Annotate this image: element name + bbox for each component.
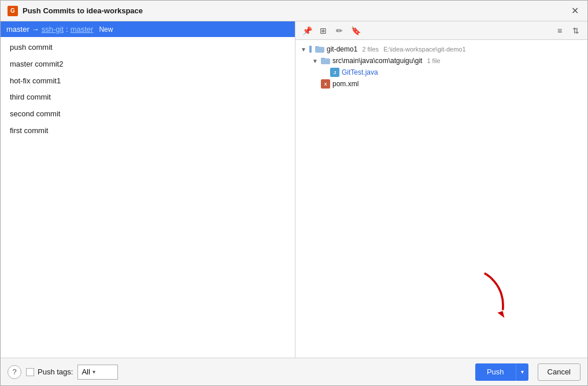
push-dropdown-button[interactable]: ▾ [516, 363, 528, 381]
subfolder-icon [321, 56, 330, 65]
dropdown-value: All [82, 367, 90, 376]
folder-icon [315, 45, 324, 54]
list-item[interactable]: first commit [1, 123, 295, 139]
new-badge: New [99, 25, 113, 34]
branch-arrow: → [32, 25, 39, 34]
app-icon: G [8, 6, 18, 16]
cancel-button[interactable]: Cancel [538, 363, 580, 381]
push-commits-dialog: G Push Commits to idea-workspace ✕ maste… [0, 0, 588, 386]
dropdown-arrow-icon: ▾ [93, 369, 95, 375]
list-item[interactable]: hot-fix commit1 [1, 73, 295, 90]
help-button[interactable]: ? [8, 365, 21, 379]
remote-name[interactable]: ssh-git [42, 25, 64, 34]
tree-row-pom[interactable]: X pom.xml [298, 78, 585, 90]
list-item[interactable]: second commit [1, 106, 295, 123]
push-tags-text: Push tags: [38, 367, 73, 376]
tree-row-root[interactable]: ▼ git-demo1 2 files E:\idea-workspace\gi… [298, 43, 585, 55]
java-file-icon: J [330, 68, 339, 77]
source-branch: master [6, 25, 29, 34]
bookmark-button[interactable]: 🔖 [349, 24, 363, 38]
title-bar: G Push Commits to idea-workspace ✕ [1, 1, 587, 21]
gittest-filename: GitTest.java [342, 68, 378, 76]
pom-filename: pom.xml [332, 80, 358, 88]
toggle-root[interactable]: ▼ [300, 46, 307, 53]
tags-dropdown[interactable]: All ▾ [77, 365, 118, 380]
root-path: E:\idea-workspace\git-demo1 [383, 46, 465, 53]
folder-icon-root [309, 46, 312, 53]
pin-button[interactable]: 📌 [300, 24, 314, 38]
dialog-title: Push Commits to idea-workspace [23, 6, 143, 15]
tree-row-gittest[interactable]: J GitTest.java [298, 67, 585, 78]
list-item[interactable]: master commit2 [1, 56, 295, 73]
edit-button[interactable]: ✏ [332, 24, 346, 38]
file-tree: ▼ git-demo1 2 files E:\idea-workspace\gi… [295, 40, 587, 358]
root-folder-name: git-demo1 [327, 45, 357, 53]
svg-rect-3 [321, 58, 330, 64]
main-content: master → ssh-git : master New push commi… [1, 21, 587, 358]
right-panel: 📌 ⊞ ✏ 🔖 ≡ ⇅ ▼ git-demo1 [295, 21, 587, 358]
svg-rect-1 [315, 47, 324, 53]
filter-button[interactable]: ⇅ [569, 24, 583, 38]
push-tags-label: Push tags: [26, 367, 73, 376]
target-branch[interactable]: master [71, 25, 94, 34]
src-file-count: 1 file [427, 57, 440, 64]
commits-list: push commit master commit2 hot-fix commi… [1, 37, 295, 358]
push-button-group: Push ▾ [475, 363, 528, 381]
close-button[interactable]: ✕ [569, 5, 580, 17]
title-bar-left: G Push Commits to idea-workspace [8, 6, 143, 16]
tree-row-src[interactable]: ▼ src\main\java\com\atguigu\git 1 file [298, 55, 585, 67]
bottom-bar: ? Push tags: All ▾ Push ▾ Cancel [1, 358, 587, 385]
root-file-count: 2 files [362, 46, 379, 53]
left-panel: master → ssh-git : master New push commi… [1, 21, 295, 358]
push-button[interactable]: Push [475, 363, 516, 381]
toggle-src[interactable]: ▼ [312, 57, 319, 64]
help-icon: ? [12, 367, 16, 376]
list-item[interactable]: third commit [1, 89, 295, 106]
sort-button[interactable]: ≡ [553, 24, 567, 38]
xml-file-icon: X [321, 79, 330, 89]
list-item[interactable]: push commit [1, 39, 295, 56]
grid-button[interactable]: ⊞ [316, 24, 330, 38]
branch-header: master → ssh-git : master New [1, 21, 295, 37]
push-tags-checkbox[interactable] [26, 368, 34, 376]
toolbar: 📌 ⊞ ✏ 🔖 ≡ ⇅ [295, 21, 587, 40]
colon: : [66, 25, 68, 34]
src-folder-name: src\main\java\com\atguigu\git [332, 57, 422, 65]
